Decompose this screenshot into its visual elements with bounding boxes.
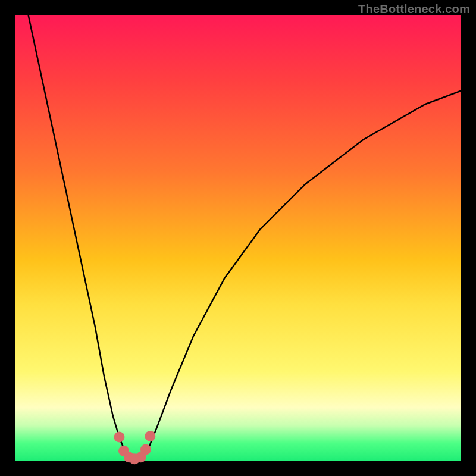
watermark-text: TheBottleneck.com bbox=[358, 2, 470, 16]
bead-marker bbox=[114, 432, 125, 443]
curve-right-branch bbox=[136, 91, 462, 461]
bead-marker bbox=[140, 444, 151, 455]
bead-group bbox=[114, 431, 156, 464]
bead-marker bbox=[145, 431, 155, 441]
chart-overlay bbox=[15, 15, 461, 461]
curve-left-branch bbox=[29, 15, 136, 461]
